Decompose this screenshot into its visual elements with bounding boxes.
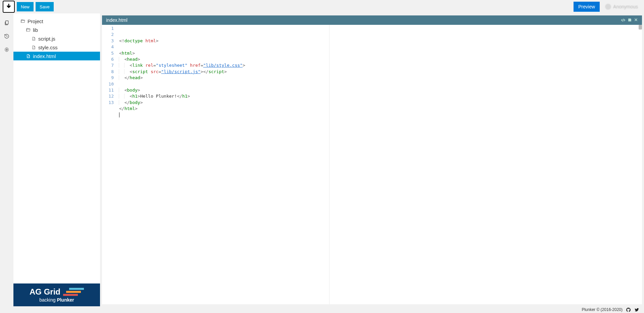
print-margin-ruler [329, 25, 330, 304]
editor-pane: index.html 12345678910111213 <!doctype h… [100, 13, 644, 306]
file-tree: Project lib script.js style.css [13, 17, 100, 60]
preview-button[interactable]: Preview [574, 2, 600, 12]
file-index-html[interactable]: index.html [13, 52, 100, 60]
open-file-tab[interactable]: index.html [106, 17, 128, 23]
code-editor[interactable]: 12345678910111213 <!doctype html> <html>… [102, 25, 642, 304]
file-label: index.html [33, 53, 56, 59]
copyright-label: Plunker © (2016-2020) [582, 307, 623, 312]
svg-point-1 [6, 49, 7, 50]
history-icon[interactable] [4, 34, 9, 39]
file-label: script.js [38, 36, 55, 42]
lib-folder[interactable]: lib [13, 25, 100, 34]
folder-open-icon [20, 19, 26, 23]
scrollbar-thumb[interactable] [639, 25, 642, 30]
download-arrow-icon [5, 3, 12, 10]
file-code-icon [31, 37, 36, 41]
sponsor-title: AG Grid [30, 287, 60, 297]
file-code-icon [26, 54, 31, 58]
file-style-css[interactable]: style.css [13, 43, 100, 52]
svg-rect-0 [6, 21, 8, 24]
save-button[interactable]: Save [36, 2, 54, 11]
user-menu[interactable]: Anonymous [602, 2, 641, 11]
sponsor-subtitle: backing Plunker [39, 297, 74, 303]
folder-open-icon [26, 28, 31, 32]
code-content[interactable]: <!doctype html> <html> <head> <link rel=… [117, 25, 642, 304]
save-file-icon[interactable] [628, 18, 632, 22]
lib-label: lib [33, 27, 38, 33]
github-icon[interactable] [626, 307, 631, 312]
top-toolbar: New Save Preview Anonymous [0, 0, 644, 13]
files-icon[interactable] [4, 20, 9, 25]
new-button[interactable]: New [17, 2, 34, 11]
file-label: style.css [38, 45, 58, 50]
main-area: Project lib script.js style.css [0, 13, 644, 306]
sponsor-logo-icon [63, 288, 84, 296]
code-icon[interactable] [621, 18, 626, 22]
project-label: Project [28, 18, 43, 24]
plunker-logo[interactable] [3, 1, 15, 13]
file-sidebar: Project lib script.js style.css [13, 13, 100, 306]
file-script-js[interactable]: script.js [13, 34, 100, 43]
username-label: Anonymous [613, 4, 638, 9]
project-root[interactable]: Project [13, 17, 100, 25]
avatar-icon [605, 4, 611, 10]
activity-bar [0, 13, 13, 306]
settings-icon[interactable] [4, 47, 9, 52]
editor-tabbar: index.html [102, 15, 642, 25]
twitter-icon[interactable] [634, 307, 639, 312]
sponsor-banner[interactable]: AG Grid backing Plunker [13, 283, 100, 306]
footer-bar: Plunker © (2016-2020) [0, 306, 644, 313]
file-code-icon [31, 45, 36, 50]
close-icon[interactable] [634, 18, 638, 22]
line-gutter: 12345678910111213 [102, 25, 117, 304]
